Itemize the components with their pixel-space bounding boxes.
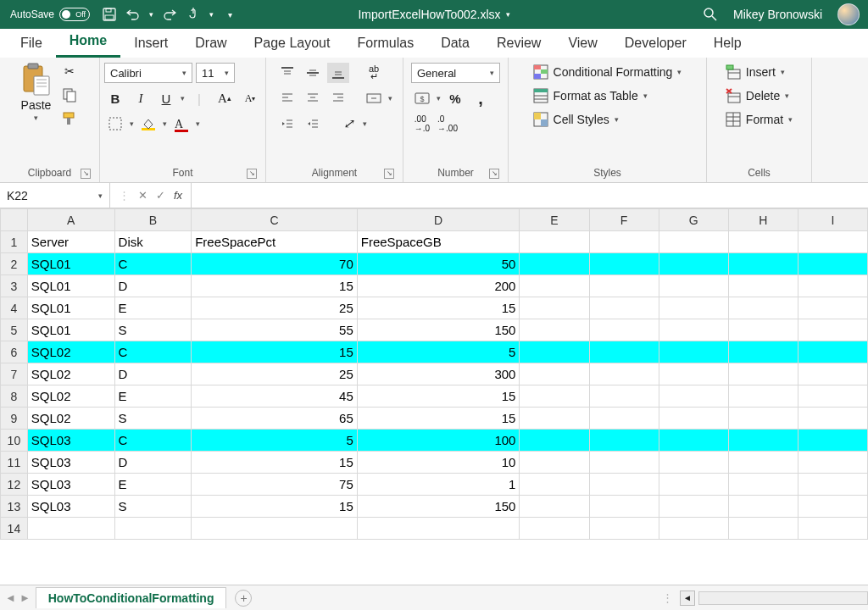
cell[interactable]: E bbox=[114, 385, 192, 408]
format-cells-button[interactable]: Format▾ bbox=[722, 110, 796, 129]
decrease-indent-button[interactable] bbox=[276, 114, 298, 134]
cell[interactable] bbox=[728, 385, 798, 408]
comma-format-button[interactable]: , bbox=[470, 88, 492, 108]
row-header[interactable]: 13 bbox=[1, 496, 28, 518]
accounting-format-button[interactable]: $ bbox=[411, 88, 433, 108]
cell[interactable] bbox=[659, 408, 728, 430]
cell[interactable]: SQL02 bbox=[27, 363, 114, 385]
fx-icon[interactable]: fx bbox=[174, 189, 182, 202]
cell[interactable] bbox=[798, 385, 867, 408]
number-format-selector[interactable]: General▾ bbox=[411, 63, 500, 83]
cell[interactable] bbox=[520, 341, 589, 363]
cell[interactable]: SQL02 bbox=[27, 385, 114, 408]
cell[interactable] bbox=[659, 231, 728, 253]
cell[interactable]: 15 bbox=[192, 496, 358, 518]
row-header[interactable]: 3 bbox=[1, 275, 28, 297]
sheet-tab[interactable]: HowToConditionalFormatting bbox=[36, 587, 227, 608]
column-header[interactable]: A bbox=[27, 209, 114, 231]
touch-mode-icon[interactable] bbox=[186, 7, 201, 22]
alignment-launcher-icon[interactable]: ↘ bbox=[384, 169, 394, 179]
formula-dropdown-icon[interactable]: ⋮ bbox=[119, 189, 130, 202]
column-header[interactable]: F bbox=[589, 209, 659, 231]
cell[interactable] bbox=[589, 231, 659, 253]
cell[interactable]: 55 bbox=[192, 319, 358, 341]
cell[interactable]: 200 bbox=[357, 275, 520, 297]
cell[interactable]: Disk bbox=[114, 231, 192, 253]
cell[interactable] bbox=[659, 430, 728, 452]
font-size-selector[interactable]: 11▾ bbox=[196, 63, 235, 83]
cell[interactable] bbox=[589, 408, 659, 430]
cell[interactable] bbox=[728, 408, 798, 430]
row-header[interactable]: 7 bbox=[1, 363, 28, 385]
paste-dropdown-icon[interactable]: ▾ bbox=[34, 114, 38, 122]
tab-insert[interactable]: Insert bbox=[120, 30, 181, 58]
sheet-nav-prev-icon[interactable]: ◄ bbox=[5, 591, 16, 604]
cell[interactable] bbox=[798, 496, 867, 518]
cell[interactable] bbox=[589, 275, 659, 297]
cell[interactable] bbox=[728, 430, 798, 452]
italic-button[interactable]: I bbox=[130, 88, 152, 108]
format-as-table-button[interactable]: Format as Table▾ bbox=[530, 86, 651, 105]
tab-draw[interactable]: Draw bbox=[181, 30, 240, 58]
cell[interactable] bbox=[659, 452, 728, 474]
underline-button[interactable]: U bbox=[155, 88, 177, 108]
account-avatar[interactable] bbox=[837, 3, 860, 25]
tab-formulas[interactable]: Formulas bbox=[343, 30, 427, 58]
redo-icon[interactable] bbox=[162, 7, 177, 22]
cell[interactable] bbox=[520, 452, 589, 474]
cell[interactable] bbox=[520, 253, 589, 275]
cell[interactable] bbox=[798, 474, 867, 496]
cell[interactable]: SQL03 bbox=[27, 452, 114, 474]
cell[interactable] bbox=[728, 341, 798, 363]
cell[interactable] bbox=[798, 253, 867, 275]
tab-page-layout[interactable]: Page Layout bbox=[241, 30, 344, 58]
column-header[interactable]: H bbox=[728, 209, 798, 231]
tab-help[interactable]: Help bbox=[700, 30, 755, 58]
increase-decimal-button[interactable]: .00→.0 bbox=[411, 114, 433, 134]
cell[interactable]: 15 bbox=[357, 297, 520, 319]
touch-dropdown-icon[interactable]: ▾ bbox=[209, 10, 214, 19]
cell[interactable] bbox=[728, 452, 798, 474]
cell[interactable] bbox=[659, 275, 728, 297]
cell[interactable] bbox=[728, 275, 798, 297]
align-top-button[interactable] bbox=[276, 63, 298, 83]
cell[interactable] bbox=[589, 297, 659, 319]
add-sheet-button[interactable]: + bbox=[235, 590, 252, 607]
cell[interactable] bbox=[798, 231, 867, 253]
cell[interactable] bbox=[798, 341, 867, 363]
increase-font-button[interactable]: A▴ bbox=[214, 88, 236, 108]
cell[interactable]: E bbox=[114, 474, 192, 496]
number-launcher-icon[interactable]: ↘ bbox=[489, 169, 499, 179]
cell[interactable] bbox=[520, 408, 589, 430]
cell[interactable] bbox=[589, 518, 659, 540]
cell[interactable] bbox=[659, 474, 728, 496]
cell[interactable]: 1 bbox=[357, 474, 520, 496]
row-header[interactable]: 4 bbox=[1, 297, 28, 319]
column-header[interactable]: C bbox=[192, 209, 358, 231]
align-center-button[interactable] bbox=[302, 88, 324, 108]
cell[interactable] bbox=[798, 452, 867, 474]
cell[interactable]: FreeSpaceGB bbox=[357, 231, 520, 253]
cell[interactable]: 70 bbox=[192, 253, 358, 275]
undo-icon[interactable] bbox=[125, 7, 141, 22]
cell[interactable] bbox=[798, 518, 867, 540]
tab-review[interactable]: Review bbox=[483, 30, 554, 58]
merge-center-button[interactable] bbox=[363, 88, 385, 108]
cell[interactable] bbox=[520, 430, 589, 452]
cell[interactable] bbox=[192, 518, 358, 540]
cell[interactable]: C bbox=[114, 430, 192, 452]
cell[interactable] bbox=[520, 363, 589, 385]
cell[interactable]: 15 bbox=[192, 452, 358, 474]
cell[interactable]: D bbox=[114, 452, 192, 474]
align-bottom-button[interactable] bbox=[327, 63, 349, 83]
title-dropdown-icon[interactable]: ▾ bbox=[506, 10, 510, 19]
format-painter-icon[interactable] bbox=[61, 110, 78, 127]
decrease-decimal-button[interactable]: .0→.00 bbox=[437, 114, 459, 134]
cell[interactable] bbox=[728, 319, 798, 341]
cell[interactable]: 15 bbox=[192, 275, 358, 297]
row-header[interactable]: 8 bbox=[1, 385, 28, 408]
cell[interactable]: 10 bbox=[357, 452, 520, 474]
font-color-button[interactable]: A bbox=[170, 114, 192, 134]
cell[interactable]: D bbox=[114, 363, 192, 385]
cell[interactable] bbox=[589, 474, 659, 496]
